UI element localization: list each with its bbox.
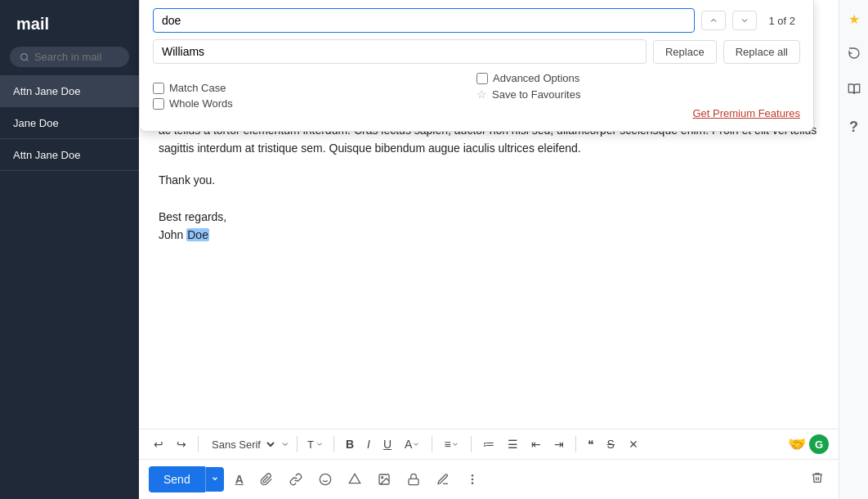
redo-button[interactable]: ↪ (172, 434, 191, 454)
svg-point-11 (472, 479, 472, 479)
save-favourites-label[interactable]: ☆ Save to Favourites (477, 88, 800, 101)
advanced-options-checkbox[interactable] (477, 73, 488, 84)
book-panel-icon[interactable] (844, 79, 864, 102)
whole-words-label[interactable]: Whole Words (153, 97, 477, 110)
whole-words-checkbox[interactable] (153, 98, 164, 110)
emoji-icon (319, 473, 332, 486)
more-options-button[interactable] (461, 468, 484, 491)
svg-point-4 (320, 474, 330, 484)
book-icon (848, 83, 861, 96)
email-signature: John Doe (159, 226, 819, 244)
insert-drive-button[interactable] (343, 468, 366, 491)
drive-icon (348, 473, 361, 486)
app-title: mail (0, 0, 139, 42)
find-input[interactable] (153, 8, 695, 33)
option-left: Match Case Whole Words (153, 82, 477, 110)
toolbar-divider-1 (198, 436, 199, 452)
link-icon (289, 473, 302, 486)
match-case-checkbox[interactable] (153, 83, 164, 94)
bold-button[interactable]: B (341, 434, 359, 454)
insert-link-button[interactable] (284, 468, 307, 491)
toolbar-divider-2 (297, 436, 298, 452)
find-row: 1 of 2 (153, 8, 800, 33)
chevron-up-icon (709, 16, 718, 25)
lock-button[interactable] (402, 468, 425, 491)
send-dropdown-button[interactable] (205, 467, 224, 492)
history-panel-icon[interactable] (844, 43, 864, 66)
star-panel-icon[interactable]: ★ (845, 8, 863, 30)
replace-all-button[interactable]: Replace all (723, 40, 800, 64)
ordered-list-button[interactable]: ≔ (478, 434, 499, 454)
toolbar-divider-6 (575, 436, 576, 452)
email-thank-you: Thank you. Best regards, John Doe (159, 171, 819, 245)
formatting-toolbar: ↩ ↪ Sans Serif T B I U A ≡ ≔ ☰ ⇤ ⇥ ❝ S (139, 429, 839, 459)
undo-button[interactable]: ↩ (149, 434, 168, 454)
send-button[interactable]: Send (149, 466, 205, 492)
italic-button[interactable]: I (362, 434, 375, 454)
grammarly-g: G (809, 434, 829, 454)
chevron-down-icon-2 (315, 440, 324, 448)
attach-file-button[interactable] (255, 468, 278, 491)
svg-point-10 (472, 475, 472, 476)
search-icon (20, 52, 29, 63)
right-panel: ★ ? (839, 0, 868, 499)
insert-photo-button[interactable] (373, 468, 396, 491)
strikethrough-button[interactable]: S (602, 434, 620, 454)
sidebar: mail Attn Jane Doe Jane Doe Attn Jane Do… (0, 0, 139, 499)
svg-point-12 (472, 483, 472, 483)
font-color-button[interactable]: A (400, 434, 425, 454)
unordered-list-button[interactable]: ☰ (503, 434, 523, 454)
indent-decrease-button[interactable]: ⇤ (526, 434, 546, 454)
paperclip-icon (260, 473, 273, 486)
history-icon (848, 47, 861, 60)
advanced-options-label[interactable]: Advanced Options (477, 72, 800, 84)
options-row: Match Case Whole Words Advanced Options … (153, 72, 800, 119)
font-size-button[interactable]: T (304, 437, 327, 452)
more-vertical-icon (466, 473, 479, 486)
premium-features-link[interactable]: Get Premium Features (477, 107, 800, 119)
indent-increase-button[interactable]: ⇥ (549, 434, 569, 454)
find-next-button[interactable] (732, 11, 757, 30)
replace-row: Replace Replace all (153, 39, 800, 64)
delete-button[interactable] (806, 466, 829, 492)
trash-icon (811, 471, 824, 484)
pencil-icon (436, 473, 450, 486)
svg-point-8 (381, 477, 383, 479)
search-input[interactable] (34, 51, 119, 63)
pencil-button[interactable] (432, 468, 454, 491)
replace-input[interactable] (153, 39, 647, 64)
email-item-2[interactable]: Jane Doe (0, 107, 139, 139)
format-text-button[interactable]: A (230, 468, 248, 491)
star-icon: ☆ (477, 88, 487, 101)
email-item-3[interactable]: Attn Jane Doe (0, 139, 139, 171)
signature-highlight: Doe (186, 228, 209, 241)
svg-line-1 (26, 59, 28, 61)
send-button-group: Send (149, 466, 224, 492)
align-button[interactable]: ≡ (439, 434, 463, 454)
find-prev-button[interactable] (701, 11, 726, 30)
email-item-1[interactable]: Attn Jane Doe (0, 75, 139, 107)
toolbar-divider-4 (432, 436, 432, 452)
svg-point-0 (20, 53, 27, 60)
lock-icon (407, 473, 420, 486)
chevron-down-icon-5 (211, 474, 219, 483)
font-family-select[interactable]: Sans Serif (205, 436, 277, 453)
quote-button[interactable]: ❝ (583, 434, 599, 454)
clear-format-icon (628, 438, 639, 450)
search-bar[interactable] (10, 47, 129, 67)
find-replace-popup: 1 of 2 Replace Replace all Match Case Wh… (139, 0, 814, 132)
help-panel-icon[interactable]: ? (846, 115, 861, 139)
svg-rect-9 (409, 479, 418, 484)
match-count: 1 of 2 (763, 15, 800, 27)
clear-format-button[interactable] (623, 435, 644, 453)
grammarly-emoji: 🤝 (788, 435, 806, 453)
toolbar-divider-3 (333, 436, 334, 452)
replace-button[interactable]: Replace (653, 40, 717, 64)
underline-button[interactable]: U (378, 434, 396, 454)
insert-emoji-button[interactable] (314, 468, 337, 491)
action-bar: Send A (139, 459, 839, 499)
email-list: Attn Jane Doe Jane Doe Attn Jane Doe (0, 75, 139, 171)
match-case-label[interactable]: Match Case (153, 82, 477, 94)
chevron-down-icon (280, 439, 290, 449)
chevron-down-icon-4 (451, 440, 459, 448)
